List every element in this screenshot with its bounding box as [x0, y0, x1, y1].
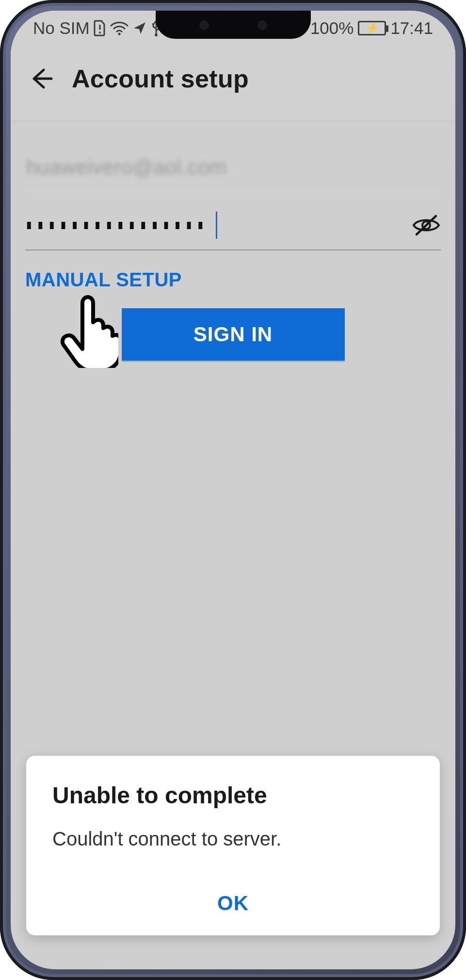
- manual-setup-label: MANUAL SETUP: [25, 269, 182, 290]
- app-header: Account setup: [11, 46, 455, 121]
- dialog-message: Couldn't connect to server.: [52, 828, 414, 850]
- password-row: ················: [25, 212, 441, 250]
- manual-setup-link[interactable]: MANUAL SETUP: [25, 269, 182, 291]
- toggle-password-visibility-button[interactable]: [412, 213, 441, 237]
- password-input[interactable]: ················: [25, 201, 208, 250]
- battery-percent-text: 100%: [310, 18, 354, 38]
- svg-point-3: [152, 23, 154, 25]
- dialog-ok-label: OK: [217, 892, 249, 914]
- back-arrow-icon: [29, 66, 54, 91]
- account-form: huaweivero@aol.com ················ MANU…: [11, 121, 455, 361]
- clock-text: 17:41: [390, 18, 433, 38]
- screen: No SIM 100% ⚡: [11, 11, 455, 969]
- wifi-icon: [110, 21, 129, 35]
- svg-point-2: [118, 33, 120, 35]
- error-dialog: Unable to complete Couldn't connect to s…: [26, 756, 440, 935]
- sim-warning-icon: [94, 20, 106, 36]
- sim-status-text: No SIM: [33, 18, 90, 38]
- display-notch: [156, 11, 311, 39]
- email-input[interactable]: huaweivero@aol.com: [25, 153, 441, 190]
- svg-line-8: [417, 216, 436, 234]
- dialog-title: Unable to complete: [52, 782, 414, 809]
- battery-charging-icon: ⚡: [358, 21, 386, 35]
- page-title: Account setup: [72, 64, 249, 93]
- svg-point-5: [155, 33, 158, 36]
- sign-in-button[interactable]: SIGN IN: [122, 308, 345, 361]
- svg-point-1: [99, 32, 101, 33]
- back-button[interactable]: [28, 65, 55, 92]
- text-caret: [216, 212, 217, 239]
- phone-frame: No SIM 100% ⚡: [0, 0, 466, 980]
- visibility-off-icon: [412, 213, 441, 237]
- location-send-icon: [132, 21, 147, 35]
- sign-in-label: SIGN IN: [193, 323, 273, 346]
- dialog-ok-button[interactable]: OK: [217, 892, 249, 915]
